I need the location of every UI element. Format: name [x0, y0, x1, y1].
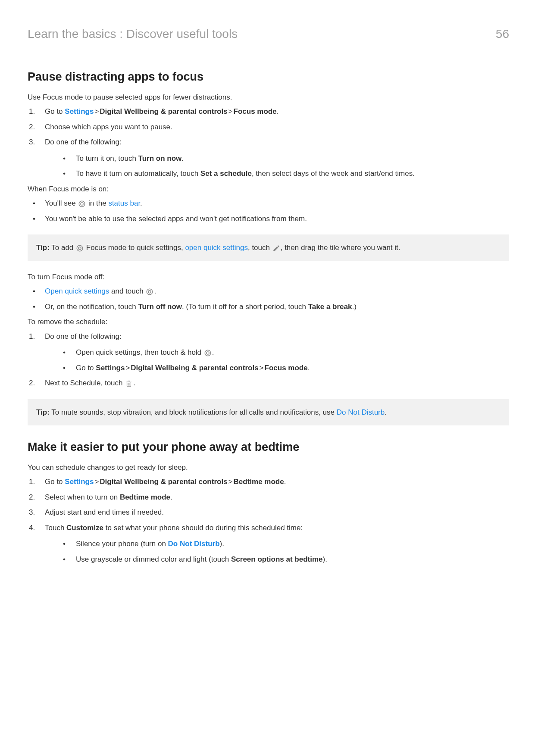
open-quick-settings-link[interactable]: Open quick settings	[45, 287, 109, 295]
svg-point-0	[79, 201, 85, 207]
text-bold: Screen options at bedtime	[231, 555, 323, 563]
svg-point-3	[78, 247, 81, 250]
svg-point-2	[77, 245, 83, 251]
list-item: Next to Schedule, touch .	[37, 378, 509, 389]
chevron-right-text: >	[228, 478, 234, 486]
text-bold: Bedtime mode	[120, 493, 170, 501]
list-item: You'll see in the status bar.	[28, 198, 509, 209]
list-item: Or, on the notification, touch Turn off …	[28, 301, 509, 312]
sub-list: Silence your phone (turn on Do Not Distu…	[53, 538, 509, 565]
breadcrumb: Learn the basics : Discover useful tools	[28, 25, 238, 43]
list-item: Use grayscale or dimmed color and light …	[53, 554, 509, 565]
text: and touch	[109, 287, 145, 295]
text: To add	[50, 244, 75, 252]
section-intro: Use Focus mode to pause selected apps fo…	[28, 92, 509, 103]
text: Go to	[45, 107, 65, 116]
text-bold: Bedtime mode	[234, 478, 284, 486]
svg-point-6	[205, 350, 211, 356]
text: Go to	[45, 478, 65, 486]
delete-trash-icon	[125, 380, 133, 387]
section-title: Make it easier to put your phone away at…	[28, 438, 509, 456]
text: To turn Focus mode off:	[28, 272, 509, 283]
section-focus-mode: Pause distracting apps to focus Use Focu…	[28, 68, 509, 425]
text: Touch	[45, 524, 66, 532]
section-intro: You can schedule changes to get ready fo…	[28, 462, 509, 473]
text-bold: Customize	[66, 524, 103, 532]
tip-box: Tip: To add Focus mode to quick settings…	[28, 234, 509, 261]
text: Do one of the following:	[45, 332, 122, 341]
text-bold: Digital Wellbeing & parental controls	[100, 478, 227, 486]
list-item: To turn it on, touch Turn on now.	[53, 153, 509, 164]
settings-link[interactable]: Settings	[65, 107, 94, 116]
text-bold: Turn off now	[138, 303, 182, 311]
text: .	[140, 199, 142, 207]
text: , then drag the tile where you want it.	[281, 244, 400, 252]
status-bar-link[interactable]: status bar	[108, 199, 140, 207]
edit-pencil-icon	[272, 244, 280, 252]
text: You'll see	[45, 199, 78, 207]
text: ).	[323, 555, 327, 563]
focus-mode-icon	[146, 288, 153, 296]
open-quick-settings-link[interactable]: open quick settings	[185, 244, 248, 252]
text-bold: Focus mode	[265, 364, 308, 372]
text: Do one of the following:	[45, 138, 122, 146]
text-bold: Digital Wellbeing & parental controls	[131, 364, 258, 372]
text: .	[133, 379, 135, 387]
turn-off-list: Open quick settings and touch . Or, on t…	[28, 286, 509, 312]
text: .	[385, 408, 387, 416]
svg-point-7	[206, 352, 209, 354]
text: Use grayscale or dimmed color and light …	[76, 555, 231, 563]
text: .	[170, 493, 172, 501]
text: Or, on the notification, touch	[45, 303, 138, 311]
chevron-right-text: >	[228, 107, 234, 116]
text: to set what your phone should do during …	[103, 524, 303, 532]
text: , then select days of the week and start…	[252, 169, 415, 178]
tip-label: Tip:	[36, 244, 50, 252]
list-item: Go to Settings>Digital Wellbeing & paren…	[37, 106, 509, 117]
text: To have it turn on automatically, touch	[76, 169, 200, 178]
text-bold: Set a schedule	[200, 169, 252, 178]
text: To turn it on, touch	[76, 154, 138, 162]
text: Silence your phone (turn on	[76, 540, 168, 548]
chevron-right-text: >	[94, 478, 100, 486]
text-bold: Settings	[96, 364, 125, 372]
do-not-disturb-link[interactable]: Do Not Disturb	[168, 540, 220, 548]
text: To remove the schedule:	[28, 316, 509, 328]
svg-point-1	[81, 203, 83, 205]
text: ).	[220, 540, 224, 548]
remove-schedule-steps: Do one of the following: Open quick sett…	[28, 331, 509, 389]
focus-mode-icon	[76, 244, 84, 252]
when-on-list: You'll see in the status bar. You won't …	[28, 198, 509, 224]
list-item: Choose which apps you want to pause.	[37, 122, 509, 133]
text: .	[212, 348, 214, 356]
do-not-disturb-link[interactable]: Do Not Disturb	[337, 408, 385, 416]
chevron-right-text: >	[259, 364, 265, 372]
sub-list: Open quick settings, then touch & hold .…	[53, 347, 509, 373]
list-item: You won't be able to use the selected ap…	[28, 213, 509, 225]
page-header: Learn the basics : Discover useful tools…	[28, 25, 509, 43]
sub-list: To turn it on, touch Turn on now. To hav…	[53, 153, 509, 179]
text-bold: Turn on now	[138, 154, 182, 162]
text: Next to Schedule, touch	[45, 379, 125, 387]
text: .)	[352, 303, 356, 311]
text: When Focus mode is on:	[28, 184, 509, 195]
text: Go to	[76, 364, 96, 372]
list-item: Select when to turn on Bedtime mode.	[37, 492, 509, 503]
text: Open quick settings, then touch & hold	[76, 348, 203, 356]
list-item: To have it turn on automatically, touch …	[53, 168, 509, 179]
list-item: Go to Settings>Digital Wellbeing & paren…	[37, 476, 509, 487]
text: .	[284, 478, 286, 486]
list-item: Do one of the following: To turn it on, …	[37, 137, 509, 179]
page-number: 56	[496, 25, 509, 43]
text: Focus mode to quick settings,	[84, 244, 185, 252]
list-item: Do one of the following: Open quick sett…	[37, 331, 509, 374]
tip-box: Tip: To mute sounds, stop vibration, and…	[28, 399, 509, 426]
text: , touch	[248, 244, 272, 252]
svg-point-5	[148, 291, 151, 293]
text: Select when to turn on	[45, 493, 120, 501]
bedtime-steps: Go to Settings>Digital Wellbeing & paren…	[28, 476, 509, 565]
svg-point-4	[147, 289, 153, 295]
settings-link[interactable]: Settings	[65, 478, 94, 486]
list-item: Open quick settings, then touch & hold .	[53, 347, 509, 358]
list-item: Touch Customize to set what your phone s…	[37, 522, 509, 565]
